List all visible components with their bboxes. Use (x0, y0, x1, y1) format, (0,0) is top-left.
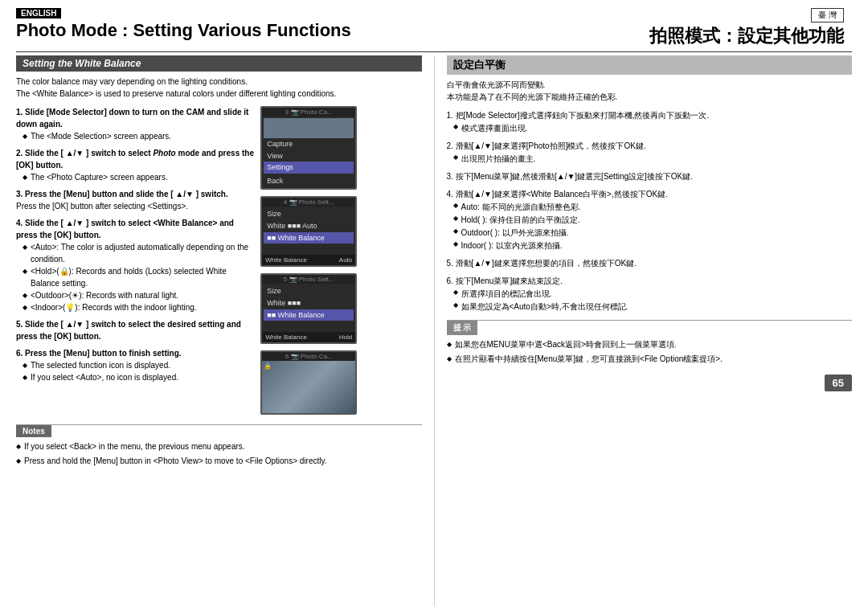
right-column: 設定白平衡 白平衡會依光源不同而變動. 本功能是為了在不同的光源下能維持正確的色… (435, 55, 853, 606)
note-cn-1: 如果您在MENU菜單中選<Back返回>時會回到上一個菜單選項. (447, 338, 853, 351)
page-title-cn: 拍照模式：設定其他功能 (649, 24, 844, 48)
taiwan-badge: 臺 灣 (811, 8, 844, 23)
step-3: 3. Press the [Menu] button and slide the… (16, 188, 257, 212)
section-header-cn: 設定白平衡 (447, 55, 853, 75)
cn-step-4: 4. 滑動[▲/▼]鍵來選擇<White Balance白平衡>,然後按下OK鍵… (447, 188, 853, 252)
notes-header-en: Notes (16, 425, 51, 437)
note-en-2: Press and hold the [Menu] button in <Pho… (16, 455, 422, 468)
intro-text-cn: 白平衡會依光源不同而變動. 本功能是為了在不同的光源下能維持正確的色彩. (447, 79, 853, 103)
page: ENGLISH Photo Mode : Setting Various Fun… (0, 0, 868, 614)
steps-column: 1. Slide [Mode Selector] down to turn on… (16, 106, 257, 418)
left-header: ENGLISH Photo Mode : Setting Various Fun… (16, 8, 430, 41)
step-2: 2. Slide the [ ▲/▼ ] switch to select Ph… (16, 147, 257, 183)
right-header: 臺 灣 拍照模式：設定其他功能 (430, 8, 852, 48)
camera-screens: 3 📷 Photo Ca... Capture View Settings Ba… (260, 106, 421, 418)
page-title-en: Photo Mode : Setting Various Functions (16, 20, 430, 41)
intro-text-en: The color balance may vary depending on … (16, 76, 422, 100)
camera-screen-4: 4 📷 Photo Sett... Size White ■■■ Auto ■■… (260, 196, 357, 267)
steps-and-images: 1. Slide [Mode Selector] down to turn on… (16, 106, 422, 418)
notes-header-cn: 提 示 (447, 321, 478, 335)
step-1: 1. Slide [Mode Selector] down to turn on… (16, 106, 257, 142)
section-header-en: Setting the White Balance (16, 55, 422, 72)
note-cn-2: 在照片顯看中持續按住[Menu菜單]鍵，您可直接跳到<File Option檔案… (447, 353, 853, 366)
notes-section-en: Notes If you select <Back> in the menu, … (16, 424, 422, 473)
camera-screen-5: 5 📷 Photo Sett... Size White ■■■ ■■ Whit… (260, 273, 357, 344)
note-en-1: If you select <Back> in the menu, the pr… (16, 440, 422, 453)
header: ENGLISH Photo Mode : Setting Various Fun… (16, 8, 852, 52)
cn-step-6: 6. 按下[Menu菜單]鍵來結束設定. 所選擇項目的標記會出現. 如果您設定為… (447, 275, 853, 313)
notes-content-cn: 如果您在MENU菜單中選<Back返回>時會回到上一個菜單選項. 在照片顯看中持… (447, 335, 853, 370)
notes-content-en: If you select <Back> in the menu, the pr… (16, 437, 422, 473)
cn-steps: 1. 把[Mode Selector]撥式選擇鈕向下扳動來打開本機,然後再向下扳… (447, 109, 853, 313)
camera-screen-3: 3 📷 Photo Ca... Capture View Settings Ba… (260, 106, 357, 190)
step-6: 6. Press the [Menu] button to finish set… (16, 347, 257, 383)
english-badge: ENGLISH (16, 8, 61, 18)
left-column: Setting the White Balance The color bala… (16, 55, 435, 606)
page-number: 65 (825, 375, 852, 391)
cn-step-3: 3. 按下[Menu菜單]鍵,然後滑動[▲/▼]鍵選完[Setting設定]後按… (447, 170, 853, 183)
main-content: Setting the White Balance The color bala… (16, 55, 852, 606)
camera-screen-6: 6 📷 Photo Ca... 🔒 (260, 350, 357, 415)
step-4: 4. Slide the [ ▲/▼ ] switch to select <W… (16, 217, 257, 313)
notes-section-cn: 提 示 如果您在MENU菜單中選<Back返回>時會回到上一個菜單選項. 在照片… (447, 320, 853, 370)
cn-step-1: 1. 把[Mode Selector]撥式選擇鈕向下扳動來打開本機,然後再向下扳… (447, 109, 853, 135)
page-number-container: 65 (447, 377, 853, 389)
cn-step-5: 5. 滑動[▲/▼]鍵來選擇您想要的項目，然後按下OK鍵. (447, 257, 853, 270)
cn-step-2: 2. 滑動[▲/▼]鍵來選擇[Photo拍照]模式，然後按下OK鍵. 出現照片拍… (447, 140, 853, 166)
step-5: 5. Slide the [ ▲/▼ ] switch to select th… (16, 318, 257, 342)
